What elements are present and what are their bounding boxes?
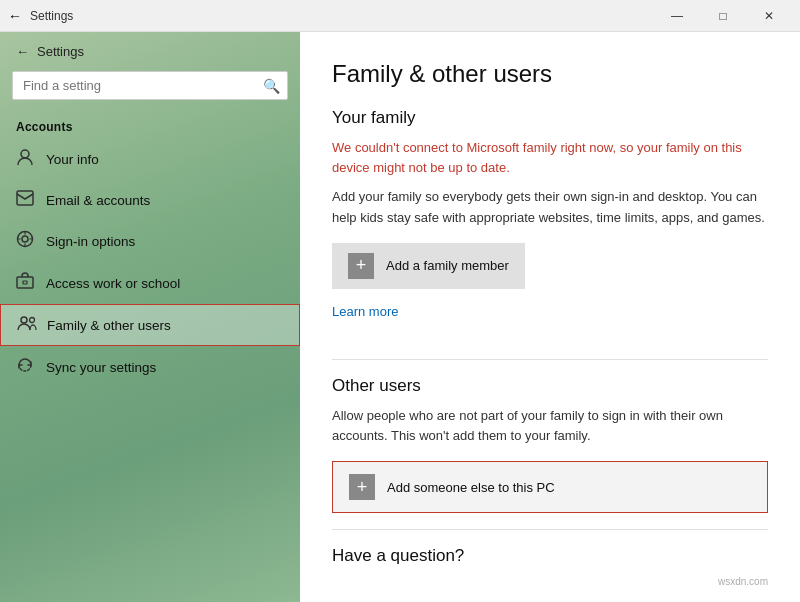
app-body: ← Settings 🔍 Accounts Your info: [0, 32, 800, 602]
other-users-title: Other users: [332, 376, 768, 396]
page-title: Family & other users: [332, 60, 768, 88]
search-input[interactable]: [12, 71, 288, 100]
svg-point-6: [21, 317, 27, 323]
sidebar-item-sign-in[interactable]: Sign-in options: [0, 220, 300, 262]
learn-more-link[interactable]: Learn more: [332, 304, 398, 319]
add-someone-else-label: Add someone else to this PC: [387, 480, 555, 495]
family-warning-text: We couldn't connect to Microsoft family …: [332, 138, 768, 177]
sync-settings-icon: [16, 356, 34, 378]
work-school-icon: [16, 272, 34, 294]
search-icon: 🔍: [263, 78, 280, 94]
sidebar-item-work-school[interactable]: Access work or school: [0, 262, 300, 304]
content-area: Family & other users Your family We coul…: [300, 32, 800, 602]
sign-in-icon: [16, 230, 34, 252]
have-question-title: Have a question?: [332, 546, 768, 566]
email-accounts-label: Email & accounts: [46, 193, 150, 208]
svg-rect-5: [23, 281, 27, 284]
sidebar-section-label: Accounts: [0, 112, 300, 138]
section-divider: [332, 359, 768, 360]
back-arrow-icon: ←: [16, 44, 29, 59]
work-school-label: Access work or school: [46, 276, 180, 291]
svg-point-7: [30, 318, 35, 323]
close-button[interactable]: ✕: [746, 0, 792, 32]
sidebar-search-container: 🔍: [12, 71, 288, 100]
watermark: wsxdn.com: [332, 576, 768, 587]
section-divider-2: [332, 529, 768, 530]
sidebar-back-nav[interactable]: ← Settings: [0, 32, 300, 71]
sidebar-item-sync-settings[interactable]: Sync your settings: [0, 346, 300, 388]
add-someone-else-button[interactable]: + Add someone else to this PC: [332, 461, 768, 513]
other-users-description: Allow people who are not part of your fa…: [332, 406, 768, 448]
sidebar: ← Settings 🔍 Accounts Your info: [0, 32, 300, 602]
sync-settings-label: Sync your settings: [46, 360, 156, 375]
minimize-button[interactable]: —: [654, 0, 700, 32]
titlebar-left: ← Settings: [8, 8, 73, 24]
family-description: Add your family so everybody gets their …: [332, 187, 768, 229]
sidebar-item-email-accounts[interactable]: Email & accounts: [0, 180, 300, 220]
titlebar: ← Settings — □ ✕: [0, 0, 800, 32]
your-info-icon: [16, 148, 34, 170]
add-family-plus-icon: +: [348, 253, 374, 279]
sidebar-back-label: Settings: [37, 44, 84, 59]
back-icon[interactable]: ←: [8, 8, 22, 24]
add-family-member-label: Add a family member: [386, 258, 509, 273]
maximize-button[interactable]: □: [700, 0, 746, 32]
add-someone-plus-icon: +: [349, 474, 375, 500]
titlebar-title: Settings: [30, 9, 73, 23]
sign-in-label: Sign-in options: [46, 234, 135, 249]
add-family-member-button[interactable]: + Add a family member: [332, 243, 525, 289]
svg-rect-4: [17, 277, 33, 288]
family-users-icon: [17, 315, 35, 335]
your-info-label: Your info: [46, 152, 99, 167]
svg-point-0: [21, 150, 29, 158]
svg-rect-1: [17, 191, 33, 205]
sidebar-item-family-users[interactable]: Family & other users: [0, 304, 300, 346]
svg-point-3: [22, 236, 28, 242]
email-accounts-icon: [16, 190, 34, 210]
family-users-label: Family & other users: [47, 318, 171, 333]
your-family-title: Your family: [332, 108, 768, 128]
sidebar-item-your-info[interactable]: Your info: [0, 138, 300, 180]
titlebar-controls: — □ ✕: [654, 0, 792, 32]
